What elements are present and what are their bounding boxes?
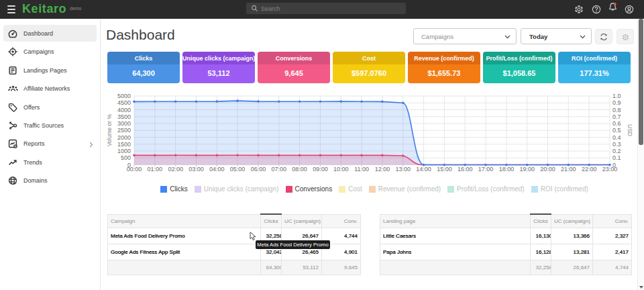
svg-text:0.4: 0.4	[612, 134, 621, 141]
svg-text:17:00: 17:00	[478, 166, 494, 173]
svg-text:1000: 1000	[117, 148, 131, 154]
svg-text:10:00: 10:00	[333, 166, 349, 173]
svg-text:22:00: 22:00	[582, 166, 597, 173]
svg-text:19:00: 19:00	[519, 166, 535, 173]
svg-text:15:00: 15:00	[437, 166, 452, 173]
svg-text:07:00: 07:00	[272, 166, 287, 173]
svg-text:0.5: 0.5	[612, 127, 621, 134]
svg-text:08:00: 08:00	[292, 166, 307, 173]
svg-text:5000: 5000	[117, 93, 131, 99]
svg-text:01:00: 01:00	[148, 166, 163, 173]
svg-text:0.7: 0.7	[612, 113, 621, 120]
svg-text:0.2: 0.2	[612, 148, 621, 154]
svg-text:16:00: 16:00	[458, 166, 473, 173]
svg-text:Volume or %: Volume or %	[106, 113, 113, 146]
svg-text:03:00: 03:00	[189, 166, 204, 173]
svg-text:0.1: 0.1	[612, 154, 621, 161]
svg-text:0.3: 0.3	[612, 141, 621, 148]
svg-text:04:00: 04:00	[209, 166, 225, 173]
svg-text:4500: 4500	[117, 99, 131, 106]
svg-text:02:00: 02:00	[168, 166, 183, 173]
svg-text:13:00: 13:00	[395, 166, 411, 173]
svg-text:09:00: 09:00	[313, 166, 328, 173]
svg-text:18:00: 18:00	[499, 166, 515, 173]
svg-text:2000: 2000	[117, 134, 131, 141]
svg-text:21:00: 21:00	[561, 166, 576, 173]
svg-text:USD: USD	[627, 124, 633, 136]
svg-text:500: 500	[121, 154, 131, 161]
svg-text:4000: 4000	[117, 107, 131, 113]
svg-text:2500: 2500	[117, 127, 131, 134]
svg-text:0.9: 0.9	[612, 99, 621, 106]
svg-text:3500: 3500	[117, 113, 131, 120]
svg-text:0.6: 0.6	[612, 120, 621, 127]
svg-text:23:00: 23:00	[602, 166, 618, 173]
svg-text:06:00: 06:00	[251, 166, 266, 173]
svg-text:1.0: 1.0	[612, 93, 621, 99]
svg-text:0.8: 0.8	[612, 107, 621, 113]
svg-text:00:00: 00:00	[127, 166, 142, 173]
svg-text:11:00: 11:00	[354, 166, 369, 173]
svg-text:3000: 3000	[117, 120, 131, 127]
svg-text:14:00: 14:00	[416, 166, 431, 173]
svg-text:12:00: 12:00	[375, 166, 390, 173]
svg-text:05:00: 05:00	[230, 166, 246, 173]
svg-text:20:00: 20:00	[540, 166, 555, 173]
svg-text:1500: 1500	[117, 141, 131, 148]
